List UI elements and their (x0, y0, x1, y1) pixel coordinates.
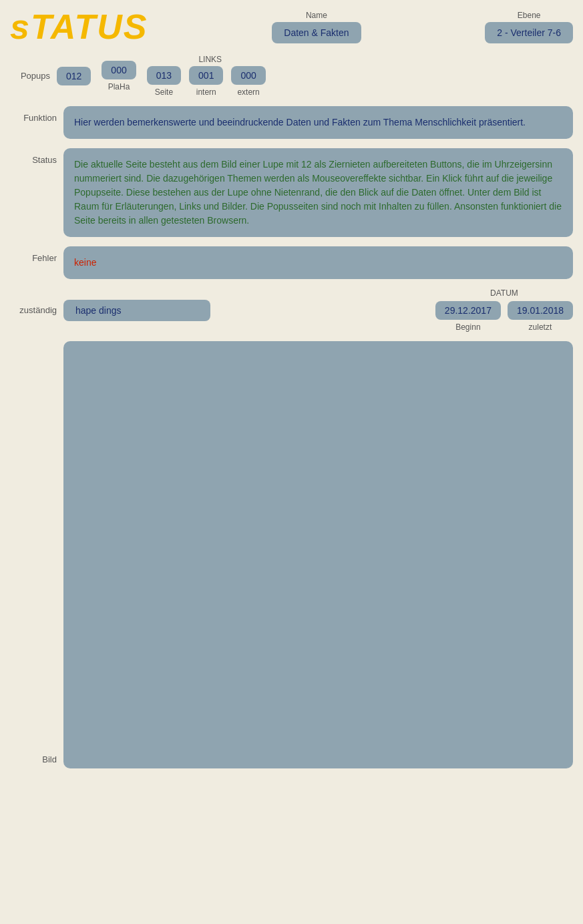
seite-pill[interactable]: 013 (147, 66, 181, 85)
zuletzt-label: zuletzt (529, 322, 552, 332)
datum-label: DATUM (490, 288, 518, 298)
bild-label: Bild (10, 754, 57, 768)
plaha-group: 000 PlaHa (102, 61, 136, 91)
zuletzt-group: 19.01.2018 zuletzt (508, 301, 573, 332)
fehler-box: keine (63, 246, 573, 279)
logo: sTATUS (10, 7, 148, 47)
intern-group: 001 intern (189, 66, 223, 97)
zustaendig-row: zuständig hape dings DATUM 29.12.2017 Be… (10, 288, 573, 332)
bild-row: Bild (10, 341, 573, 768)
header-row: sTATUS Name Daten & Fakten Ebene 2 - Ver… (10, 7, 573, 47)
seite-label: Seite (155, 87, 173, 97)
zustaendig-name-pill[interactable]: hape dings (63, 300, 210, 321)
funktion-text: Hier werden bemerkenswerte und beeindruc… (74, 117, 526, 128)
funktion-box: Hier werden bemerkenswerte und beeindruc… (63, 106, 573, 139)
intern-label: intern (196, 87, 216, 97)
funktion-row: Funktion Hier werden bemerkenswerte und … (10, 106, 573, 139)
status-text: Die aktuelle Seite besteht aus dem Bild … (74, 159, 562, 226)
status-label: Status (10, 148, 57, 165)
ebene-group: Ebene 2 - Verteiler 7-6 (485, 11, 573, 43)
links-label: LINKS (198, 55, 222, 64)
plaha-label: PlaHa (108, 82, 130, 91)
zustaendig-label: zuständig (10, 305, 57, 315)
zuletzt-pill[interactable]: 19.01.2018 (508, 301, 573, 320)
status-box: Die aktuelle Seite besteht aus dem Bild … (63, 148, 573, 237)
popups-label: Popups (10, 71, 50, 81)
name-pill[interactable]: Daten & Fakten (272, 22, 361, 43)
beginn-label: Beginn (455, 322, 480, 332)
extern-group: 000 extern (231, 66, 265, 97)
seite-group: 013 Seite (147, 66, 181, 97)
links-items: 013 Seite 001 intern 000 extern (147, 66, 274, 97)
ebene-label: Ebene (518, 11, 541, 20)
datum-section: DATUM 29.12.2017 Beginn 19.01.2018 zulet… (435, 288, 573, 332)
extern-label: extern (237, 87, 259, 97)
datum-dates: 29.12.2017 Beginn 19.01.2018 zuletzt (435, 301, 573, 332)
name-label: Name (306, 11, 327, 20)
intern-pill[interactable]: 001 (189, 66, 223, 85)
popup-count-pill[interactable]: 012 (57, 67, 91, 85)
funktion-label: Funktion (10, 106, 57, 123)
bild-box (63, 341, 573, 768)
fehler-row: Fehler keine (10, 246, 573, 279)
extern-pill[interactable]: 000 (231, 66, 265, 85)
popup-count-group: 012 (57, 67, 91, 85)
links-section: LINKS 013 Seite 001 intern 000 extern (147, 55, 274, 97)
beginn-pill[interactable]: 29.12.2017 (435, 301, 501, 320)
plaha-pill[interactable]: 000 (102, 61, 136, 79)
popups-row: Popups 012 000 PlaHa LINKS 013 Seite 001… (10, 55, 573, 97)
beginn-group: 29.12.2017 Beginn (435, 301, 501, 332)
fehler-text: keine (74, 257, 96, 268)
ebene-pill[interactable]: 2 - Verteiler 7-6 (485, 22, 573, 43)
status-row: Status Die aktuelle Seite besteht aus de… (10, 148, 573, 237)
name-group: Name Daten & Fakten (156, 11, 477, 43)
fehler-label: Fehler (10, 246, 57, 263)
zustaendig-content: hape dings DATUM 29.12.2017 Beginn 19.01… (63, 288, 573, 332)
